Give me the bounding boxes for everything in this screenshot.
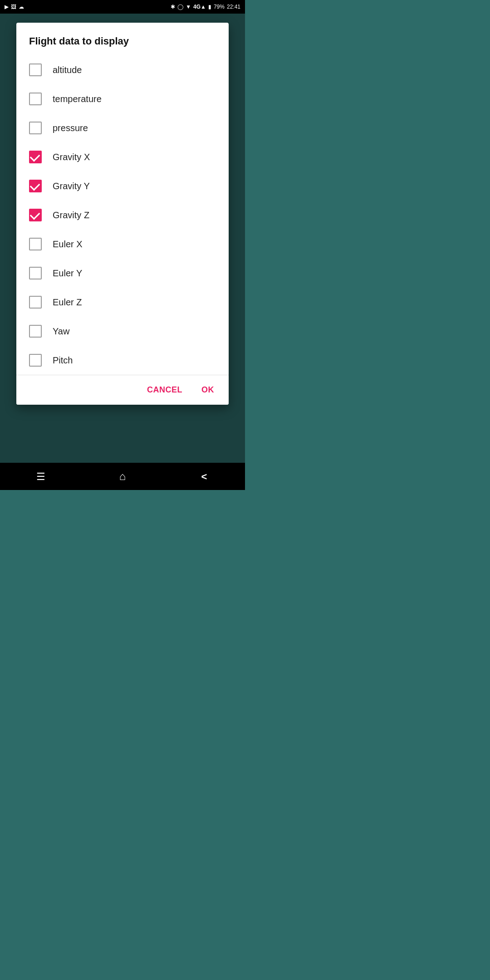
checkbox-altitude[interactable]	[29, 64, 42, 76]
back-nav-button[interactable]	[193, 466, 215, 487]
checklist-item-eulerX[interactable]: Euler X	[29, 230, 216, 259]
checklist-item-gravityY[interactable]: Gravity Y	[29, 172, 216, 201]
dialog-checklist: altitudetemperaturepressureGravity XGrav…	[16, 55, 229, 375]
checklist-item-yaw[interactable]: Yaw	[29, 317, 216, 346]
label-temperature: temperature	[53, 94, 102, 104]
checklist-item-gravityZ[interactable]: Gravity Z	[29, 201, 216, 230]
battery-icon: ▮	[208, 4, 211, 10]
youtube-icon: ▶	[5, 4, 9, 10]
label-gravityZ: Gravity Z	[53, 210, 89, 220]
home-icon	[119, 470, 126, 483]
bottom-nav-bar	[0, 463, 245, 490]
status-bar: ▶ 🖼 ☁ ✱ ◯ ▼ 4G▲ ▮ 79% 22:41	[0, 0, 245, 14]
checkbox-eulerX[interactable]	[29, 238, 42, 250]
label-gravityX: Gravity X	[53, 152, 90, 162]
label-eulerX: Euler X	[53, 239, 83, 250]
checkbox-pitch[interactable]	[29, 354, 42, 367]
checkbox-pressure[interactable]	[29, 122, 42, 134]
wifi-icon: ▼	[186, 4, 191, 10]
label-pressure: pressure	[53, 123, 88, 133]
alarm-icon: ◯	[177, 4, 183, 10]
ok-button[interactable]: OK	[196, 382, 220, 398]
checkbox-gravityX[interactable]	[29, 151, 42, 163]
checklist-item-gravityX[interactable]: Gravity X	[29, 142, 216, 172]
checklist-item-eulerY[interactable]: Euler Y	[29, 259, 216, 288]
flight-data-dialog: Flight data to display altitudetemperatu…	[16, 23, 229, 405]
label-altitude: altitude	[53, 65, 82, 75]
back-icon	[201, 470, 207, 483]
checkbox-eulerY[interactable]	[29, 267, 42, 279]
cancel-button[interactable]: CANCEL	[142, 382, 188, 398]
label-gravityY: Gravity Y	[53, 181, 90, 191]
dialog-actions: CANCEL OK	[16, 375, 229, 405]
checklist-item-altitude[interactable]: altitude	[29, 55, 216, 84]
label-yaw: Yaw	[53, 326, 69, 337]
network-label: 4G▲	[193, 4, 206, 10]
checkbox-eulerZ[interactable]	[29, 296, 42, 309]
checkbox-gravityZ[interactable]	[29, 209, 42, 221]
checkbox-gravityY[interactable]	[29, 180, 42, 192]
cloud-icon: ☁	[19, 4, 24, 10]
label-eulerY: Euler Y	[53, 268, 82, 279]
checklist-item-eulerZ[interactable]: Euler Z	[29, 288, 216, 317]
checkbox-yaw[interactable]	[29, 325, 42, 338]
battery-percent: 79%	[214, 4, 225, 10]
bluetooth-icon: ✱	[171, 4, 175, 10]
menu-nav-button[interactable]	[30, 466, 52, 487]
home-nav-button[interactable]	[112, 466, 133, 487]
checklist-item-pitch[interactable]: Pitch	[29, 346, 216, 375]
menu-icon	[36, 470, 45, 483]
time-display: 22:41	[227, 4, 240, 10]
checklist-item-pressure[interactable]: pressure	[29, 113, 216, 142]
checklist-item-temperature[interactable]: temperature	[29, 84, 216, 113]
status-left-icons: ▶ 🖼 ☁	[5, 4, 24, 10]
checkbox-temperature[interactable]	[29, 93, 42, 105]
status-right-icons: ✱ ◯ ▼ 4G▲ ▮ 79% 22:41	[171, 4, 240, 10]
image-icon: 🖼	[11, 4, 16, 10]
dialog-title: Flight data to display	[16, 23, 229, 55]
label-pitch: Pitch	[53, 355, 73, 366]
label-eulerZ: Euler Z	[53, 297, 82, 308]
